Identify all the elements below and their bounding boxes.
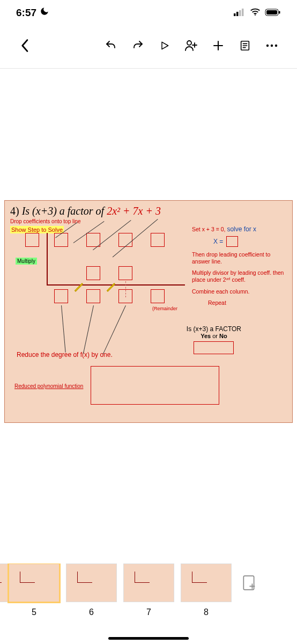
multiply-label: Multiply bbox=[16, 258, 37, 265]
guide-line bbox=[103, 305, 126, 354]
notes-button[interactable] bbox=[232, 34, 258, 57]
reduce-degree-label: Reduce the degree of f(x) by one. bbox=[17, 351, 113, 358]
ans-box-4[interactable] bbox=[151, 289, 165, 303]
cellular-icon bbox=[234, 7, 246, 19]
thumb-8[interactable]: 8 bbox=[181, 564, 232, 617]
is-factor-question: Is (x+3) a FACTOR bbox=[187, 325, 241, 333]
thumb-4[interactable] bbox=[0, 564, 2, 608]
question-title: 4) Is (x+3) a factor of 2x² + 7x + 3 bbox=[10, 205, 287, 217]
svg-rect-6 bbox=[266, 10, 277, 14]
add-button[interactable] bbox=[205, 34, 232, 57]
syn-div-horizontal bbox=[47, 284, 185, 286]
undo-button[interactable] bbox=[98, 34, 124, 57]
worksheet-slide: 4) Is (x+3) a factor of 2x² + 7x + 3 Dro… bbox=[4, 200, 293, 423]
more-button[interactable] bbox=[258, 34, 285, 57]
instr-repeat: Repeat bbox=[192, 299, 286, 306]
document-viewport[interactable]: 4) Is (x+3) a factor of 2x² + 7x + 3 Dro… bbox=[0, 69, 297, 423]
drop-coeff-label: Drop coefficients onto top line bbox=[10, 218, 287, 224]
yes-no-answer-box[interactable] bbox=[194, 341, 234, 354]
is-factor-block: Is (x+3) a FACTOR Yes or No bbox=[187, 325, 241, 354]
add-slide-button[interactable] bbox=[238, 564, 259, 602]
add-person-button[interactable] bbox=[178, 34, 205, 57]
divisor-box[interactable] bbox=[25, 233, 39, 247]
reduced-polynomial-box[interactable] bbox=[91, 366, 219, 405]
wifi-icon bbox=[250, 7, 261, 19]
svg-point-12 bbox=[275, 45, 277, 47]
play-button[interactable] bbox=[151, 34, 178, 57]
solve-label: solve for x bbox=[227, 225, 256, 233]
thumb-6[interactable]: 6 bbox=[66, 564, 117, 617]
ans-box-2[interactable] bbox=[86, 289, 100, 303]
coeff-box-4[interactable] bbox=[151, 233, 165, 247]
guide-line bbox=[83, 305, 94, 354]
svg-point-10 bbox=[266, 45, 269, 47]
thumb-label: 8 bbox=[181, 608, 232, 617]
question-number: 4) bbox=[10, 205, 19, 217]
svg-point-11 bbox=[271, 45, 273, 47]
reduced-polynomial-label: Reduced polynomial function bbox=[14, 383, 83, 389]
svg-rect-0 bbox=[234, 13, 236, 16]
back-button[interactable] bbox=[12, 34, 39, 57]
instr-drop-leading: Then drop leading coefficient to answer … bbox=[192, 251, 286, 265]
status-time: 6:57 bbox=[16, 7, 36, 19]
instr-combine: Combine each column. bbox=[192, 288, 286, 295]
instr-multiply: Multiply divisor by leading coeff. then … bbox=[192, 269, 286, 283]
question-polynomial: 2x² + 7x + 3 bbox=[107, 205, 161, 217]
mid-box-2[interactable] bbox=[118, 266, 132, 280]
ans-box-1[interactable] bbox=[54, 289, 68, 303]
home-indicator[interactable] bbox=[108, 637, 189, 640]
question-text: Is (x+3) a factor of bbox=[22, 205, 107, 217]
coeff-box-3[interactable] bbox=[118, 233, 132, 247]
svg-rect-7 bbox=[279, 11, 280, 13]
instructions-panel: Set x + 3 = 0, solve for x X = Then drop… bbox=[192, 225, 286, 306]
x-answer-box[interactable] bbox=[226, 236, 238, 247]
thumb-label: 6 bbox=[66, 608, 117, 617]
thumb-7[interactable]: 7 bbox=[123, 564, 174, 617]
svg-rect-3 bbox=[242, 9, 244, 16]
guide-line bbox=[61, 305, 66, 353]
set-eq-label: Set x + 3 = 0, bbox=[192, 226, 227, 232]
syn-div-vertical bbox=[47, 233, 48, 286]
svg-point-8 bbox=[187, 41, 191, 45]
thumb-label: 7 bbox=[123, 608, 174, 617]
coeff-box-1[interactable] bbox=[54, 233, 68, 247]
moon-icon bbox=[40, 6, 49, 19]
battery-icon bbox=[265, 7, 281, 19]
thumb-label: 5 bbox=[9, 608, 60, 617]
mid-box-1[interactable] bbox=[86, 266, 100, 280]
dashed-guide-1 bbox=[125, 281, 126, 297]
x-equals-label: X = bbox=[213, 238, 223, 245]
status-bar: 6:57 bbox=[0, 0, 297, 23]
svg-rect-1 bbox=[236, 12, 239, 16]
svg-rect-2 bbox=[239, 10, 241, 16]
app-toolbar bbox=[0, 23, 297, 64]
thumb-5[interactable]: 5 bbox=[9, 564, 60, 617]
show-step-label[interactable]: Show Step to Solve bbox=[10, 226, 64, 233]
svg-point-4 bbox=[255, 14, 256, 15]
remainder-label: (Remainder bbox=[152, 306, 177, 311]
redo-button[interactable] bbox=[124, 34, 151, 57]
slide-thumbnails: 5 6 7 8 bbox=[0, 564, 297, 617]
